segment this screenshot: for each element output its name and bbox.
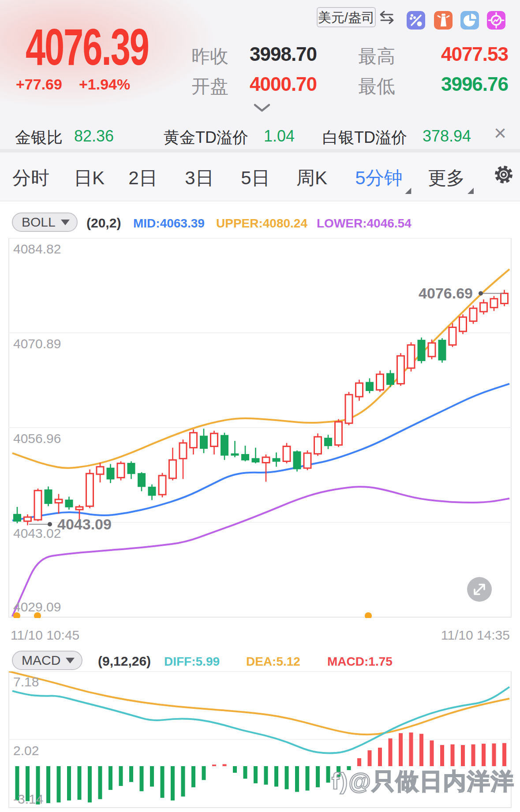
price-change-row: +77.69+1.94% — [16, 76, 147, 93]
macd-bar-negative — [98, 766, 102, 799]
y-tick-label: 4070.89 — [13, 336, 61, 351]
high-label: 最高 — [358, 44, 395, 69]
macd-bar-negative — [306, 766, 310, 790]
macd-bar-negative — [108, 766, 112, 790]
macd-bar-positive — [451, 745, 455, 766]
candle-body — [325, 438, 332, 446]
macd-bar-negative — [191, 766, 195, 787]
candle-body — [159, 476, 166, 495]
open-value: 4000.70 — [250, 73, 317, 95]
candle-body — [377, 374, 384, 390]
trading-app-screen: 美元/盎司 — [0, 0, 520, 812]
macd-bar-positive — [471, 745, 475, 766]
expand-chart-button[interactable] — [467, 577, 492, 602]
macd-bar-positive — [419, 734, 423, 766]
candle-body — [138, 473, 145, 486]
macd-dea-value: DEA:5.12 — [246, 655, 300, 669]
swap-arrows-icon[interactable] — [378, 8, 396, 26]
candle-body — [460, 317, 467, 331]
macd-params: (9,12,26) — [98, 654, 151, 669]
boll-indicator-label: BOLL — [22, 215, 56, 230]
high-value: 4077.53 — [423, 43, 508, 65]
macd-indicator-dropdown[interactable]: MACD — [12, 651, 82, 670]
y-tick-label: 4029.09 — [13, 600, 61, 615]
macd-bar-negative — [171, 766, 175, 801]
macd-bar-negative — [285, 766, 289, 789]
compass-icon[interactable] — [487, 11, 505, 30]
candle-body — [86, 473, 94, 506]
candle-body — [470, 308, 477, 321]
boll-lower-value: LOWER:4046.54 — [317, 216, 412, 231]
boll-indicator-dropdown[interactable]: BOLL — [12, 212, 78, 232]
macd-bar-positive — [389, 738, 393, 766]
candle-body — [418, 340, 425, 361]
macd-indicator-label: MACD — [22, 653, 60, 668]
pie-chart-icon[interactable] — [460, 11, 479, 30]
candle-body — [14, 514, 21, 521]
annotation-label: 4076.69 — [419, 285, 473, 302]
macd-bar-positive — [399, 733, 403, 766]
unit-selector[interactable]: 美元/盎司 — [317, 7, 376, 27]
candle-body — [501, 293, 508, 303]
watermark: f)@只做日内洋洋 — [332, 766, 515, 797]
candle-body — [387, 373, 394, 384]
macd-bar-positive — [502, 743, 506, 766]
candle-body — [55, 499, 62, 503]
close-icon[interactable]: × — [494, 123, 506, 144]
macd-bar-negative — [78, 766, 82, 800]
macd-bar-negative — [46, 766, 50, 803]
candle-body — [490, 299, 498, 308]
tab-2day[interactable]: 2日 — [128, 166, 157, 190]
tab-weekly[interactable]: 周K — [296, 166, 327, 190]
candle-body — [252, 458, 259, 462]
macd-bar-negative — [119, 766, 123, 786]
low-label: 最低 — [358, 74, 395, 99]
macd-bar-positive — [212, 764, 216, 766]
candle-body — [190, 433, 197, 448]
tab-corner-triangle — [468, 188, 474, 194]
gear-icon[interactable] — [492, 163, 515, 186]
candle-body — [283, 447, 290, 462]
silver-td-premium-value: 378.94 — [423, 127, 471, 145]
tab-3day[interactable]: 3日 — [185, 166, 213, 190]
tab-more-label: 更多 — [428, 168, 465, 188]
candle-body — [24, 517, 31, 521]
candle-body — [128, 463, 135, 473]
boll-upper-value: UPPER:4080.24 — [216, 216, 307, 231]
macd-bar-positive — [368, 750, 372, 766]
candle-body — [262, 457, 269, 462]
gold-td-premium-value: 1.04 — [264, 127, 295, 145]
annotation-dot — [479, 291, 483, 295]
macd-bar-negative — [264, 766, 268, 785]
ratio-percent-icon[interactable] — [407, 11, 425, 30]
lighthouse-icon[interactable] — [434, 11, 453, 30]
candle-body — [45, 490, 52, 503]
macd-tick-label: -3.14 — [13, 792, 43, 807]
boll-params: (20,2) — [86, 216, 121, 231]
macd-bar-negative — [316, 766, 320, 787]
candle-body — [221, 436, 228, 455]
dropdown-triangle-icon — [66, 658, 75, 663]
tab-5day[interactable]: 5日 — [241, 166, 269, 190]
macd-bar-negative — [88, 766, 92, 802]
tab-daily[interactable]: 日K — [74, 166, 105, 190]
price-chart[interactable]: 4076.694043.09 — [0, 238, 520, 618]
macd-bar-negative — [140, 766, 144, 791]
tab-timeline[interactable]: 分时 — [12, 166, 49, 190]
y-tick-label: 4056.96 — [13, 431, 61, 446]
macd-bar-negative — [129, 766, 133, 782]
tab-corner-triangle — [405, 188, 412, 194]
prev-close-value: 3998.70 — [250, 43, 317, 65]
candle-body — [449, 327, 456, 345]
section-divider — [0, 149, 520, 153]
macd-bar-negative — [274, 766, 278, 786]
chevron-down-icon[interactable] — [252, 102, 272, 114]
macd-bar-negative — [326, 766, 330, 782]
x-axis-start-label: 11/10 10:45 — [11, 628, 79, 643]
tab-5min-selected[interactable]: 5分钟 — [355, 166, 402, 190]
candle-body — [366, 382, 373, 391]
tab-more[interactable]: 更多 — [428, 166, 465, 190]
y-tick-label: 4084.82 — [13, 242, 61, 257]
price-change-pct: +1.94% — [79, 76, 130, 93]
candle-body — [149, 487, 156, 495]
